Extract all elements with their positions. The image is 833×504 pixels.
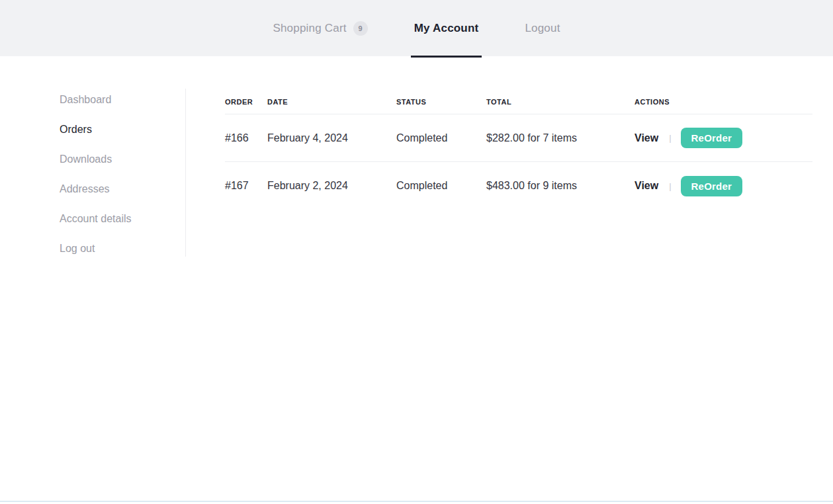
order-number-cell: #166 bbox=[225, 132, 267, 144]
top-navigation: Shopping Cart 9 My Account Logout bbox=[0, 0, 833, 56]
action-separator: | bbox=[669, 181, 671, 191]
status-cell: Completed bbox=[396, 180, 486, 192]
sidebar-item-label: Account details bbox=[60, 213, 132, 225]
date-cell: February 4, 2024 bbox=[267, 132, 396, 144]
sidebar-item-dashboard[interactable]: Dashboard bbox=[60, 85, 179, 114]
sidebar-item-label: Downloads bbox=[60, 153, 112, 165]
sidebar-item-label: Orders bbox=[60, 124, 92, 136]
sidebar-item-label: Dashboard bbox=[60, 94, 111, 106]
nav-tab-label: Shopping Cart bbox=[273, 22, 346, 35]
sidebar-item-account-details[interactable]: Account details bbox=[60, 204, 179, 233]
sidebar-divider bbox=[185, 89, 186, 257]
reorder-button[interactable]: ReOrder bbox=[681, 128, 742, 148]
col-header-total: Total bbox=[486, 98, 635, 106]
actions-cell: View | ReOrder bbox=[635, 128, 812, 148]
table-row: #166 February 4, 2024 Completed $282.00 … bbox=[225, 114, 812, 162]
col-header-status: Status bbox=[396, 98, 486, 106]
view-order-link[interactable]: View bbox=[635, 180, 658, 192]
table-row: #167 February 2, 2024 Completed $483.00 … bbox=[225, 162, 812, 210]
nav-tab-label: My Account bbox=[414, 22, 479, 35]
sidebar-item-log-out[interactable]: Log out bbox=[60, 233, 179, 263]
total-cell: $282.00 for 7 items bbox=[486, 132, 635, 144]
footer-top-border bbox=[0, 501, 833, 502]
status-cell: Completed bbox=[396, 132, 486, 144]
sidebar-item-label: Log out bbox=[60, 243, 95, 255]
account-sidebar: Dashboard Orders Downloads Addresses Acc… bbox=[60, 85, 179, 263]
sidebar-item-label: Addresses bbox=[60, 183, 110, 195]
total-cell: $483.00 for 9 items bbox=[486, 180, 635, 192]
cart-count-badge: 9 bbox=[353, 21, 368, 36]
nav-tab-my-account[interactable]: My Account bbox=[391, 0, 502, 56]
action-separator: | bbox=[669, 133, 671, 143]
nav-tab-shopping-cart[interactable]: Shopping Cart 9 bbox=[249, 0, 390, 56]
actions-cell: View | ReOrder bbox=[635, 176, 812, 196]
date-cell: February 2, 2024 bbox=[267, 180, 396, 192]
order-number-cell: #167 bbox=[225, 180, 267, 192]
nav-tab-label: Logout bbox=[525, 22, 560, 35]
view-order-link[interactable]: View bbox=[635, 132, 658, 144]
active-tab-indicator bbox=[411, 56, 482, 58]
order-history-table: Order Date Status Total Actions #166 Feb… bbox=[225, 89, 812, 210]
reorder-button[interactable]: ReOrder bbox=[681, 176, 742, 196]
sidebar-item-addresses[interactable]: Addresses bbox=[60, 174, 179, 204]
table-header-row: Order Date Status Total Actions bbox=[225, 89, 812, 114]
sidebar-item-downloads[interactable]: Downloads bbox=[60, 144, 179, 174]
nav-tab-logout[interactable]: Logout bbox=[502, 0, 583, 56]
col-header-actions: Actions bbox=[635, 98, 812, 106]
col-header-order: Order bbox=[225, 98, 267, 106]
col-header-date: Date bbox=[267, 98, 396, 106]
sidebar-item-orders[interactable]: Orders bbox=[60, 114, 179, 144]
